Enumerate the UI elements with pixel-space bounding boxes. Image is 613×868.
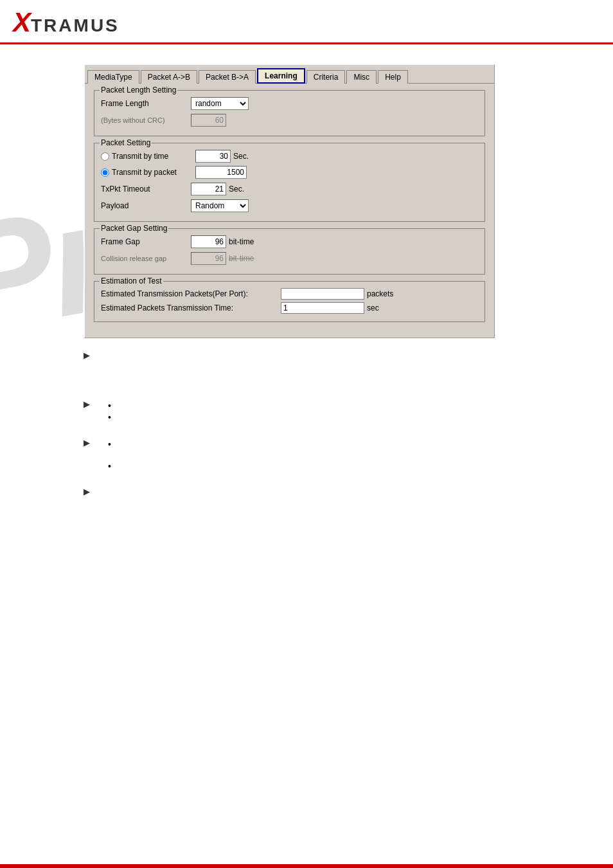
bullet-list-item-2-1: • [108,401,115,410]
txpkt-timeout-row: TxPkt Timeout Sec. [101,183,478,195]
transmit-time-unit: Sec. [233,152,249,161]
text-block-4: ▶ [84,486,529,496]
arrow-bullet-4: ▶ [84,486,529,496]
payload-select[interactable]: Random All Zeros All Ones [191,199,249,212]
estimation-legend: Estimation of Test [100,276,163,285]
est-packets-row: Estimated Transmission Packets(Per Port)… [101,288,478,300]
transmit-time-input[interactable] [195,150,231,163]
tab-bar: MediaType Packet A->B Packet B->A Learni… [85,65,494,84]
packet-length-fieldset: Packet Length Setting Frame Length rando… [94,90,485,136]
packet-setting-legend: Packet Setting [100,138,152,147]
collision-release-row: Collision release gap bit-time [101,252,478,265]
frame-gap-input[interactable] [191,235,226,248]
packet-gap-content: Frame Gap bit-time Collision release gap… [101,235,478,265]
packet-gap-fieldset: Packet Gap Setting Frame Gap bit-time Co… [94,228,485,275]
est-packets-unit: packets [367,289,393,298]
est-packets-label: Estimated Transmission Packets(Per Port)… [101,289,281,298]
transmit-packet-row: Transmit by packet [101,166,478,179]
arrow-bullet-2: ▶ • • [84,399,529,424]
bullet-list-item-3-1: • [108,440,115,449]
frame-gap-unit: bit-time [229,237,254,246]
arrow-bullet-3: ▶ • • [84,437,529,473]
tab-misc[interactable]: Misc [346,70,377,84]
transmit-time-row: Transmit by time Sec. [101,150,478,163]
frame-length-label: Frame Length [101,99,191,108]
text-section: ▶ ▶ • • ▶ • • [84,350,529,496]
tab-packet-ab[interactable]: Packet A->B [141,70,197,84]
frame-gap-row: Frame Gap bit-time [101,235,478,248]
estimation-fieldset: Estimation of Test Estimated Transmissio… [94,281,485,322]
packet-length-legend: Packet Length Setting [100,86,177,95]
text-block-1: ▶ [84,350,529,360]
text-block-2: ▶ • • [84,399,529,424]
header: X TRAMUS [0,0,613,44]
est-time-input [281,302,364,314]
frame-length-select[interactable]: random 64 128 256 512 1024 1280 1518 [191,97,249,110]
bullet-list-item-2-2: • [108,413,115,422]
bullet-list-item-3-2: • [108,462,115,471]
logo: X TRAMUS [13,9,120,36]
bytes-crc-row: (Bytes without CRC) [101,114,478,127]
panel: MediaType Packet A->B Packet B->A Learni… [84,64,495,338]
logo-text: TRAMUS [31,15,120,36]
logo-x: X [13,9,31,36]
bullet-dot-2-2: • [108,413,111,422]
collision-release-unit: bit-time [229,254,254,263]
packet-setting-content: Transmit by time Sec. Transmit by packet… [101,150,478,212]
transmit-packet-input[interactable] [195,166,247,179]
main-content: Prelim MediaType Packet A->B Packet B->A… [0,44,613,526]
packet-gap-legend: Packet Gap Setting [100,224,168,233]
arrow-icon-4: ▶ [84,487,90,496]
est-time-label: Estimated Packets Transmission Time: [101,303,281,312]
payload-label: Payload [101,201,191,210]
tab-criteria[interactable]: Criteria [306,70,346,84]
bullet-content-2: • • [95,399,115,424]
packet-setting-fieldset: Packet Setting Transmit by time Sec. Tra… [94,143,485,222]
arrow-icon-1: ▶ [84,350,90,360]
tab-help[interactable]: Help [378,70,408,84]
bullet-dot-3-2: • [108,462,111,471]
estimation-content: Estimated Transmission Packets(Per Port)… [101,288,478,314]
bullet-dot-2-1: • [108,401,111,410]
bullet-content-3: • • [95,437,115,473]
arrow-bullet-1: ▶ [84,350,529,360]
collision-release-label: Collision release gap [101,255,191,262]
frame-length-row: Frame Length random 64 128 256 512 1024 … [101,97,478,110]
transmit-time-radio[interactable] [101,152,109,161]
packet-length-content: Frame Length random 64 128 256 512 1024 … [101,97,478,127]
payload-row: Payload Random All Zeros All Ones [101,199,478,212]
bullet-list-2: • • [108,401,115,422]
collision-release-input [191,252,226,265]
footer-bar [0,864,613,868]
txpkt-timeout-unit: Sec. [229,185,244,194]
frame-gap-label: Frame Gap [101,237,191,246]
est-time-row: Estimated Packets Transmission Time: sec [101,302,478,314]
arrow-icon-2: ▶ [84,399,90,409]
panel-body: Packet Length Setting Frame Length rando… [85,84,494,338]
tab-packet-ba[interactable]: Packet B->A [199,70,256,84]
tab-learning[interactable]: Learning [257,68,305,84]
txpkt-timeout-input[interactable] [191,183,226,195]
arrow-icon-3: ▶ [84,438,90,448]
text-block-3: ▶ • • [84,437,529,473]
transmit-packet-label: Transmit by packet [112,168,195,177]
txpkt-timeout-label: TxPkt Timeout [101,185,191,194]
est-time-unit: sec [367,303,379,312]
bytes-crc-label: (Bytes without CRC) [101,116,191,124]
tab-mediatype[interactable]: MediaType [87,70,139,84]
bullet-list-3: • • [108,440,115,471]
est-packets-input [281,288,364,300]
transmit-time-label: Transmit by time [112,152,195,161]
bullet-dot-3-1: • [108,440,111,449]
bytes-crc-input[interactable] [191,114,226,127]
transmit-packet-radio[interactable] [101,168,109,177]
